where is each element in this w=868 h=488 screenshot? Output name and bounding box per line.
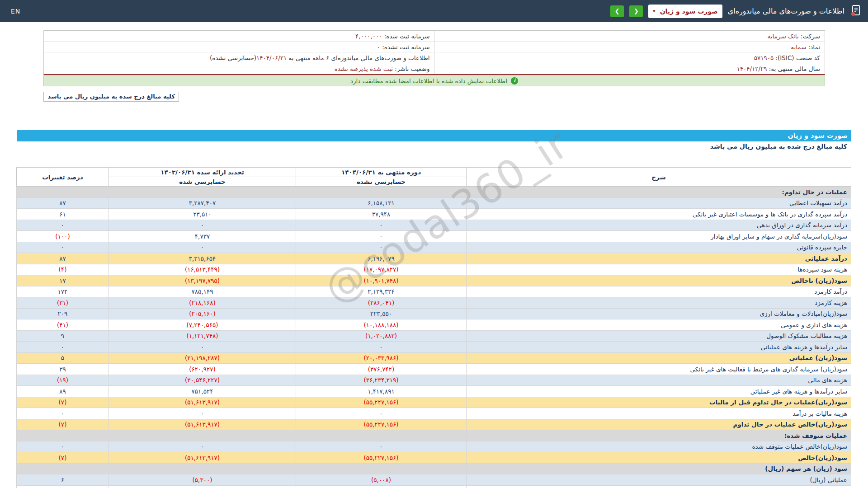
info-row: وضعیت ناشر: ثبت شده پذیرفته نشده bbox=[44, 63, 434, 74]
page-title: اطلاعات و صورت‌های مالی میاندوره‌ای bbox=[728, 7, 844, 15]
topbar: اطلاعات و صورت‌های مالی میاندوره‌ای صورت… bbox=[0, 0, 868, 22]
row-description: سود(زیان)مبادلات و معاملات ارزی bbox=[467, 308, 851, 319]
section-row: عملیات در حال تداوم: bbox=[17, 187, 851, 198]
row-value: ۰ bbox=[17, 242, 109, 253]
row-value bbox=[17, 463, 109, 474]
row-value: (۲۱,۱۹۸,۲۸۷) bbox=[109, 352, 296, 364]
row-value: (۵۵,۲۲۷,۱۵۶) bbox=[296, 419, 467, 430]
row-description: عملیات در حال تداوم: bbox=[467, 187, 851, 198]
next-period-button[interactable]: ❯ bbox=[610, 5, 624, 17]
income-statement-table: شرح دوره منتهی به ۱۴۰۴/۰۶/۳۱ تجدید ارائه… bbox=[16, 167, 851, 488]
info-label: سرمایه ثبت نشده: bbox=[380, 43, 430, 51]
row-value bbox=[109, 430, 296, 441]
row-value bbox=[296, 430, 467, 441]
statement-row: عملیاتی (ریال)(۵,۰۰۸)(۵,۳۰۰)۶ bbox=[17, 474, 851, 486]
row-value: ۲,۱۳۹,۳۲۴ bbox=[296, 286, 467, 297]
topbar-right-group: اطلاعات و صورت‌های مالی میاندوره‌ای صورت… bbox=[610, 5, 862, 18]
row-value: (۷) bbox=[17, 452, 109, 464]
statement-row: سود(زیان) سرمایه گذاری های مرتبط با فعال… bbox=[17, 364, 851, 375]
info-value: ۶ ماهه bbox=[312, 54, 329, 61]
row-description: سود(زیان)عملیات در حال تداوم قبل از مالی… bbox=[467, 397, 851, 408]
row-value: (۴) bbox=[17, 264, 109, 275]
row-value: ۳,۲۸۷,۴۰۷ bbox=[109, 197, 296, 209]
info-value: ۵۷۱۹۰۵ bbox=[754, 54, 774, 61]
row-value: (۱۰۰) bbox=[17, 231, 109, 242]
statement-row: هزینه مالیات بر درآمد۰۰۰ bbox=[17, 408, 851, 419]
row-value: (۳۰,۵۴۶,۲۲۷) bbox=[109, 375, 296, 386]
row-value: ۶,۱۹۶,۰۷۹ bbox=[296, 253, 467, 264]
row-value: ۰ bbox=[296, 220, 467, 231]
row-value: (۲۰۵,۱۶۰) bbox=[109, 308, 296, 319]
row-value: (۷,۲۴۰,۵۶۵) bbox=[109, 319, 296, 331]
col-header-period2: تجدید ارائه شده ۱۴۰۳/۰۶/۳۱ bbox=[109, 168, 296, 177]
statement-row: جایزه سپرده قانونی۰۰۰ bbox=[17, 242, 851, 253]
row-description: عملیات متوقف شده: bbox=[467, 430, 851, 441]
info-row: نماد: سمایه bbox=[435, 42, 825, 52]
row-value: ۰ bbox=[109, 342, 296, 353]
row-description: درآمد کارمزد bbox=[467, 286, 851, 297]
col-subheader-period1: حسابرسی نشده bbox=[296, 177, 467, 187]
statement-row: هزینه های مالی(۳۶,۲۳۴,۳۱۹)(۳۰,۵۴۶,۲۲۷)(۱… bbox=[17, 375, 851, 386]
info-label: سال مالی منتهی به: bbox=[767, 65, 820, 72]
statement-row: سود(زیان) ناخالص(۱۰,۹۰۱,۷۴۸)(۱۳,۱۹۷,۷۹۵)… bbox=[17, 275, 851, 286]
info-value: ۱۴۰۴/۰۶/۳۱ bbox=[256, 54, 287, 61]
info-icon: i bbox=[511, 77, 518, 84]
row-value: (۱,۰۲۰,۸۸۳) bbox=[296, 330, 467, 342]
row-value: ۰ bbox=[296, 231, 467, 242]
statement-type-value: صورت سود و زیان bbox=[660, 8, 718, 15]
row-value: ۰ bbox=[296, 408, 467, 419]
row-value: ۳,۳۱۵,۶۵۴ bbox=[109, 253, 296, 264]
notice-text: اطلاعات نمایش داده شده با اطلاعات امضا ش… bbox=[350, 77, 507, 84]
row-value: ۰ bbox=[17, 408, 109, 419]
row-description: سود(زیان)خالص عملیات در حال تداوم bbox=[467, 419, 851, 430]
row-value: (۷) bbox=[17, 397, 109, 408]
row-value: ۸۹ bbox=[17, 386, 109, 397]
row-value: ۸۷ bbox=[17, 253, 109, 264]
info-row: سال مالی منتهی به: ۱۴۰۴/۱۲/۲۹ bbox=[435, 63, 825, 74]
row-value: ۰ bbox=[17, 220, 109, 231]
row-value bbox=[296, 463, 467, 474]
row-description: درآمد سرمایه گذاری در اوراق بدهی bbox=[467, 220, 851, 231]
row-description: هزینه مالیات بر درآمد bbox=[467, 408, 851, 419]
row-value: (۵۱,۶۱۳,۹۱۷) bbox=[109, 397, 296, 408]
row-value: ۲۲۳,۵۵۰ bbox=[296, 308, 467, 319]
row-description: سود(زیان)خالص bbox=[467, 452, 851, 464]
statement-row: درآمد عملیاتی۶,۱۹۶,۰۷۹۳,۳۱۵,۶۵۴۸۷ bbox=[17, 253, 851, 264]
section-row: سود (زیان) هر سهم (ریال) bbox=[17, 463, 851, 474]
language-toggle[interactable]: EN bbox=[11, 8, 20, 15]
row-value: (۵,۰۰۸) bbox=[296, 474, 467, 486]
row-value: (۱۶,۵۱۳,۴۴۹) bbox=[109, 264, 296, 275]
row-description: سود(زیان)سرمایه گذاری در سهام و سایر اور… bbox=[467, 231, 851, 242]
statement-row: درآمد تسهیلات اعطایی۶,۱۵۸,۱۳۱۳,۲۸۷,۴۰۷۸۷ bbox=[17, 197, 851, 209]
statement-row: درآمد سپرده گذاری در بانک ها و موسسات اع… bbox=[17, 209, 851, 220]
col-subheader-period2: حسابرسی شده bbox=[109, 177, 296, 187]
report-icon bbox=[850, 5, 862, 18]
row-description: عملیاتی (ریال) bbox=[467, 474, 851, 486]
row-value: (۱۰,۱۸۸,۱۸۸) bbox=[296, 319, 467, 331]
row-description: غیرعملیاتی (ریال) bbox=[467, 485, 851, 488]
row-value: (۳۶,۲۳۴,۳۱۹) bbox=[296, 375, 467, 386]
row-value: ۱,۴۱۷,۸۹۱ bbox=[296, 386, 467, 397]
row-description: سود(زیان) ناخالص bbox=[467, 275, 851, 286]
row-description: سود(زیان) عملیاتی bbox=[467, 352, 851, 364]
statement-row: هزینه کارمزد(۲۸۶,۰۴۱)(۲۱۸,۱۶۸)(۳۱) bbox=[17, 297, 851, 309]
row-description: سود(زیان)خالص عملیات متوقف شده bbox=[467, 441, 851, 452]
row-value: (۱۹) bbox=[17, 375, 109, 386]
statement-subtitle: کلیه مبالغ درج شده به میلیون ریال می باش… bbox=[17, 141, 851, 152]
statement-row: درآمد سرمایه گذاری در اوراق بدهی۰۰۰ bbox=[17, 220, 851, 231]
info-col-left: سرمایه ثبت شده: ۴,۰۰۰,۰۰۰سرمایه ثبت نشده… bbox=[44, 31, 434, 74]
info-row: شرکت: بانک سرمایه bbox=[435, 31, 825, 42]
statement-type-select[interactable]: صورت سود و زیان ▾ bbox=[648, 5, 722, 18]
row-value: (۵۱,۶۱۳,۹۱۷) bbox=[109, 452, 296, 464]
row-description: هزینه های اداری و عمومی bbox=[467, 319, 851, 331]
row-value: ۵ bbox=[17, 352, 109, 364]
info-label: اطلاعات و صورت‌های مالی میاندوره‌ای bbox=[329, 54, 429, 61]
chevron-down-icon: ▾ bbox=[653, 8, 656, 14]
row-value: (۲۰,۰۳۳,۹۸۶) bbox=[296, 352, 467, 364]
col-header-change: درصد تغییرات bbox=[17, 168, 109, 187]
row-value: (۱۳,۱۹۷,۷۹۵) bbox=[109, 275, 296, 286]
info-row: سرمایه ثبت نشده: ۰ bbox=[44, 42, 434, 52]
statement-row: غیرعملیاتی (ریال)(۸,۷۹۹)(۷,۶۰۳)(۱۶) bbox=[17, 485, 851, 488]
prev-period-button[interactable]: ❮ bbox=[629, 5, 643, 17]
row-value: (۵۵,۲۲۷,۱۵۶) bbox=[296, 452, 467, 464]
